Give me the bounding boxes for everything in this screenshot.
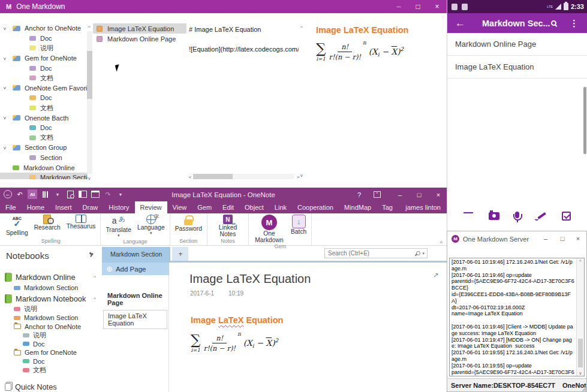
pens-icon[interactable] bbox=[40, 189, 50, 199]
tree-item[interactable]: 说明 bbox=[0, 43, 88, 53]
ribbon-button[interactable]: Password bbox=[172, 215, 205, 232]
maximize-icon[interactable]: □ bbox=[412, 188, 426, 201]
microphone-icon[interactable] bbox=[515, 212, 519, 218]
log-scrollbar[interactable]: ^ v bbox=[576, 258, 584, 376]
tree-item[interactable]: 文档 bbox=[0, 133, 88, 143]
tree-item[interactable]: v Anchor to OneNote bbox=[0, 23, 88, 34]
notebook-item[interactable]: 说明 bbox=[0, 331, 102, 340]
phone-list-item[interactable]: Image LaTeX Equation bbox=[447, 56, 587, 79]
notebook-item[interactable]: Markdown Notebook ^ bbox=[0, 293, 102, 305]
ribbon-tab[interactable]: MindMap bbox=[339, 201, 377, 213]
chevron-up-icon[interactable]: ^ bbox=[94, 275, 96, 280]
ribbon-tab[interactable]: History bbox=[103, 201, 134, 213]
markdown-source-pane[interactable]: # Image LaTeX Equation ![Equation](http:… bbox=[189, 23, 299, 173]
list-outline-icon[interactable] bbox=[463, 212, 473, 220]
search-icon[interactable] bbox=[416, 251, 420, 255]
tree-item[interactable]: v Section Group bbox=[0, 143, 88, 153]
tree-item[interactable]: Doc bbox=[0, 123, 88, 133]
ribbon-tab[interactable]: Edit bbox=[217, 201, 239, 213]
tree-item[interactable]: Doc bbox=[0, 63, 88, 73]
pin-icon[interactable] bbox=[89, 253, 95, 259]
close-icon[interactable]: × bbox=[571, 233, 585, 245]
tree-scrollbar[interactable] bbox=[87, 31, 92, 174]
notebook-item[interactable]: 文档 bbox=[0, 366, 102, 375]
tree-scrollbar-thumb[interactable] bbox=[87, 51, 92, 99]
log-scrollbar-thumb[interactable] bbox=[578, 339, 583, 367]
scroll-left-icon[interactable]: < bbox=[187, 174, 193, 180]
horizontal-scrollbar-thumb[interactable] bbox=[193, 174, 233, 179]
side-note-icon[interactable] bbox=[78, 189, 88, 199]
chevron-down-icon[interactable]: v bbox=[4, 116, 13, 120]
ribbon-button[interactable]: Thesaurus bbox=[64, 215, 99, 230]
ribbon-tab[interactable]: Review bbox=[135, 201, 167, 213]
tree-item[interactable]: 文档 bbox=[0, 73, 88, 83]
notebook-item[interactable]: Gem for OneNote bbox=[0, 348, 102, 357]
ribbon-button[interactable]: Linked Notes bbox=[209, 215, 246, 237]
tree-item[interactable]: Doc bbox=[0, 34, 88, 44]
maximize-icon[interactable]: □ bbox=[408, 0, 428, 13]
ribbon-button[interactable]: Language ▾ bbox=[134, 215, 168, 236]
tree-item[interactable]: v Onenote Bacth bbox=[0, 113, 88, 123]
search-box[interactable]: ▾ bbox=[324, 248, 428, 258]
tree-item[interactable]: 文档 bbox=[0, 103, 88, 113]
minimize-icon[interactable]: – bbox=[389, 0, 408, 13]
user-name-label[interactable]: james linton bbox=[405, 201, 441, 213]
ribbon-tab[interactable]: Cooperation bbox=[292, 201, 339, 213]
scroll-up-icon[interactable]: ^ bbox=[299, 25, 305, 30]
scroll-down-icon[interactable]: v bbox=[577, 371, 584, 375]
camera-icon[interactable] bbox=[489, 212, 499, 220]
full-page-icon[interactable] bbox=[91, 189, 100, 199]
ribbon-tab[interactable]: Draw bbox=[77, 201, 104, 213]
onenote-titlebar[interactable]: ←↶AI▾↷▾ Image LaTeX Equation - OneNote ?… bbox=[0, 188, 447, 201]
draw-text-icon[interactable]: AI bbox=[28, 189, 37, 199]
ribbon-tab[interactable]: Insert bbox=[50, 201, 77, 213]
resize-grip[interactable]: ◢ bbox=[582, 385, 586, 391]
close-icon[interactable]: × bbox=[431, 188, 445, 201]
horizontal-scrollbar[interactable] bbox=[193, 174, 294, 179]
tree-item[interactable]: Doc bbox=[0, 93, 88, 103]
tree-item[interactable]: Markdown Online bbox=[0, 162, 88, 173]
add-page-button[interactable]: ⊕ Add Page bbox=[102, 263, 169, 275]
redo-icon[interactable]: ↷ bbox=[103, 189, 113, 199]
tree-item[interactable]: Markdown Section bbox=[0, 173, 88, 179]
page-tab[interactable]: Image LaTeX Equation bbox=[103, 310, 167, 329]
qat-more-icon[interactable]: ▾ bbox=[53, 189, 62, 199]
tree-item[interactable]: Section bbox=[0, 153, 88, 163]
page-tab[interactable]: Markdown Online Page bbox=[102, 290, 168, 309]
server-titlebar[interactable]: M One Markdown Server – □ × bbox=[447, 231, 586, 246]
ribbon-button[interactable]: Batch bbox=[288, 215, 309, 235]
section-tab[interactable]: Markdown Section bbox=[102, 247, 170, 261]
notebook-item[interactable]: Markdown Section bbox=[0, 284, 102, 293]
notebook-item[interactable]: Markdown Online ^ bbox=[0, 271, 102, 284]
notebook-item[interactable]: Markdown Section bbox=[0, 313, 102, 322]
ribbon-button[interactable]: One Markdown bbox=[251, 215, 288, 243]
pen-icon[interactable] bbox=[535, 211, 546, 221]
back-arrow-icon[interactable]: ← bbox=[455, 17, 465, 29]
chevron-up-icon[interactable]: ^ bbox=[94, 296, 96, 301]
phone-scrollbar[interactable] bbox=[583, 87, 586, 154]
scroll-down-icon[interactable]: v bbox=[86, 176, 92, 181]
notebook-item[interactable]: Quick Notes bbox=[0, 381, 102, 392]
ribbon-button[interactable]: Spelling bbox=[3, 215, 31, 236]
notebook-item[interactable]: Anchor to OneNote bbox=[0, 322, 102, 331]
search-icon[interactable] bbox=[551, 20, 556, 26]
maximize-icon[interactable]: □ bbox=[555, 233, 570, 245]
ribbon-tab[interactable]: File bbox=[0, 201, 22, 213]
page-list-item[interactable]: Markdown Online Page bbox=[93, 34, 186, 44]
expand-icon[interactable]: ↗ bbox=[433, 271, 439, 279]
minimize-icon[interactable]: – bbox=[393, 188, 407, 201]
ribbon-button[interactable]: Translate ▾ bbox=[103, 215, 134, 239]
notebook-item[interactable]: 说明 bbox=[0, 305, 102, 314]
ribbon-tab[interactable]: View bbox=[167, 201, 192, 213]
print-preview-icon[interactable] bbox=[65, 189, 75, 199]
page-title[interactable]: Image LaTeX Equation bbox=[189, 272, 311, 286]
notebook-item[interactable]: Doc bbox=[0, 357, 102, 366]
help-icon[interactable]: ? bbox=[352, 188, 366, 201]
scroll-right-icon[interactable]: > bbox=[295, 174, 301, 180]
overflow-menu-icon[interactable]: ⋮ bbox=[570, 18, 579, 29]
ribbon-button[interactable]: Research bbox=[31, 215, 64, 231]
ribbon-tab[interactable]: Gem bbox=[192, 201, 217, 213]
page-content[interactable]: Image LaTeX Equation 2017-6-1 10:19 Imag… bbox=[170, 263, 447, 392]
chevron-down-icon[interactable]: v bbox=[4, 56, 13, 61]
one-markdown-titlebar[interactable]: M One Markdown – □ × bbox=[0, 0, 447, 13]
